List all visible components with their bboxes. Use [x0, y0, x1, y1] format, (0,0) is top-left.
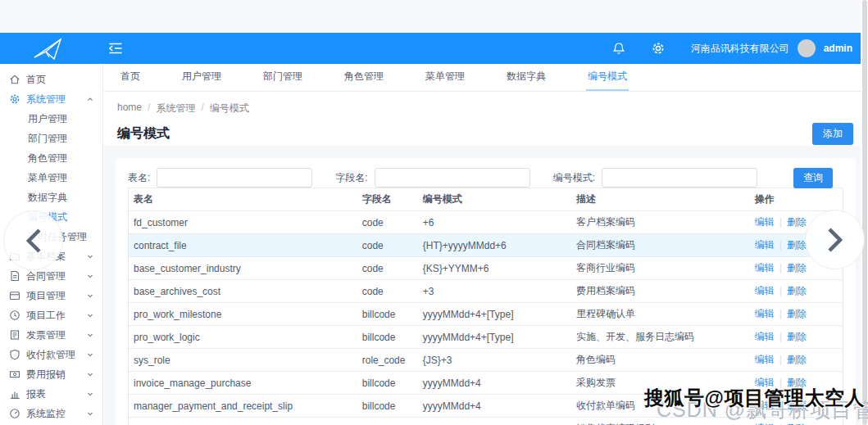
sidebar-item-project-mgmt[interactable]: 项目管理 [0, 286, 102, 305]
edit-link[interactable]: 编辑 [755, 262, 775, 274]
field-name-input[interactable] [375, 168, 530, 188]
invoice-icon [9, 329, 20, 341]
tab-user-mgmt[interactable]: 用户管理 [180, 64, 223, 91]
chevron-up-icon [86, 95, 94, 103]
delete-link[interactable]: 删除 [787, 308, 807, 319]
chevron-down-icon [86, 350, 94, 359]
cell-pattern: {YSZT}+YYMM+6 [418, 418, 571, 425]
main-content: 首页 用户管理 部门管理 角色管理 菜单管理 数据字典 编号模式 home / … [104, 64, 861, 425]
cell-desc: 合同档案编码 [571, 234, 750, 257]
table-name-input[interactable] [157, 168, 312, 188]
tab-role-mgmt[interactable]: 角色管理 [343, 64, 385, 91]
scrollbar[interactable] [861, 0, 868, 425]
monitor-icon [9, 408, 20, 419]
search-button[interactable]: 查询 [793, 168, 833, 188]
field-name-label: 字段名: [335, 171, 367, 185]
table-header-row: 表名 字段名 编号模式 描述 操作 [129, 188, 843, 211]
sidebar-item-label: 合同管理 [26, 269, 66, 283]
sidebar-item-reports[interactable]: 报表 [0, 384, 102, 404]
edit-link[interactable]: 编辑 [755, 239, 775, 251]
gear-icon[interactable] [652, 42, 665, 55]
table-row: fd_customer code +6 客户档案编码 编辑|删除 [129, 211, 843, 234]
tab-menu-mgmt[interactable]: 菜单管理 [424, 64, 466, 91]
add-button[interactable]: 添加 [812, 123, 853, 145]
cell-pattern: +3 [418, 280, 571, 303]
browser-top-strip [0, 0, 868, 33]
cell-field: billcode [357, 395, 418, 418]
breadcrumb-home[interactable]: home [117, 102, 142, 115]
sidebar-item-menu-mgmt[interactable]: 菜单管理 [0, 168, 102, 188]
chevron-down-icon [86, 390, 94, 398]
cell-name: contract_file [129, 234, 357, 257]
cell-field: billcode [357, 303, 418, 326]
edit-link[interactable]: 编辑 [755, 331, 775, 342]
delete-link[interactable]: 删除 [787, 262, 807, 274]
breadcrumb-system-mgmt[interactable]: 系统管理 [156, 102, 195, 115]
sidebar-item-label: 用户管理 [28, 112, 67, 126]
tab-dept-mgmt[interactable]: 部门管理 [261, 64, 304, 91]
bar-chart-icon [9, 388, 20, 400]
cell-name: sys_role [129, 349, 357, 372]
delete-link[interactable]: 删除 [787, 331, 807, 342]
chevron-down-icon [86, 409, 94, 418]
cell-field: role_code [357, 349, 418, 372]
sidebar-item-payment-mgmt[interactable]: 收付款管理 [0, 345, 102, 364]
delete-link[interactable]: 删除 [787, 285, 807, 296]
sidebar-item-label: 数据字典 [28, 191, 67, 205]
cell-actions: 编辑|删除 [750, 303, 843, 326]
avatar[interactable] [798, 39, 816, 57]
bell-icon[interactable] [612, 42, 625, 56]
next-arrow-button[interactable] [805, 210, 865, 269]
cell-actions: 编辑|删除 [750, 280, 843, 303]
sidebar-item-label: 角色管理 [28, 151, 67, 165]
watermark-bold: 搜狐号@项目管理太空人 [644, 385, 865, 411]
edit-link[interactable]: 编辑 [755, 354, 775, 365]
sidebar-item-system[interactable]: 系统管理 [0, 89, 102, 109]
col-header-field-name: 字段名 [357, 188, 418, 211]
tab-numbering-mode[interactable]: 编号模式 [586, 64, 629, 91]
cell-pattern: yyyyMMdd+4+[Type] [418, 303, 571, 326]
cell-pattern: +6 [418, 211, 571, 234]
title-row: 编号模式 添加 [117, 123, 853, 145]
edit-link[interactable]: 编辑 [755, 285, 775, 296]
home-icon [9, 74, 20, 85]
prev-arrow-button[interactable] [3, 210, 63, 270]
sidebar-item-data-dict[interactable]: 数据字典 [0, 188, 102, 207]
edit-link[interactable]: 编辑 [755, 308, 775, 319]
filter-row: 表名: 字段名: 编号模式: 查询 [128, 168, 843, 188]
cell-field: code [357, 418, 418, 425]
sidebar-item-invoice-mgmt[interactable]: 发票管理 [0, 325, 102, 345]
breadcrumb: home / 系统管理 / 编号模式 [117, 102, 861, 115]
tab-data-dict[interactable]: 数据字典 [505, 64, 548, 91]
sidebar-item-contract-mgmt[interactable]: 合同管理 [0, 266, 102, 286]
menu-fold-icon[interactable] [108, 41, 123, 56]
sidebar-item-user-mgmt[interactable]: 用户管理 [0, 109, 102, 129]
pattern-input[interactable] [602, 168, 757, 188]
breadcrumb-current: 编号模式 [210, 102, 249, 115]
cell-field: code [357, 234, 418, 257]
cell-desc: 里程碑确认单 [571, 303, 750, 326]
cell-actions: 编辑|删除 [750, 326, 843, 349]
tab-home[interactable]: 首页 [119, 64, 142, 91]
username[interactable]: admin [824, 43, 852, 54]
sidebar-item-label: 部门管理 [28, 132, 67, 146]
sidebar-item-project-work[interactable]: 项目工作 [0, 305, 102, 325]
contract-icon [9, 270, 20, 282]
scrollbar-thumb[interactable] [862, 0, 867, 425]
cell-field: billcode [357, 372, 418, 395]
col-header-desc: 描述 [571, 188, 750, 211]
edit-link[interactable]: 编辑 [755, 216, 775, 228]
delete-link[interactable]: 删除 [787, 216, 807, 228]
sidebar-item-home[interactable]: 首页 [0, 70, 102, 89]
sidebar-item-expense-claims[interactable]: 费用报销 [0, 364, 102, 384]
cell-pattern: yyyyMMdd+4 [418, 372, 571, 395]
sidebar-item-system-monitor[interactable]: 系统监控 [0, 404, 102, 423]
sidebar-item-role-mgmt[interactable]: 角色管理 [0, 148, 102, 168]
gear-icon [9, 93, 20, 105]
cell-field: code [357, 280, 418, 303]
sidebar-item-dept-mgmt[interactable]: 部门管理 [0, 129, 102, 148]
chevron-down-icon [86, 311, 94, 319]
chevron-down-icon [86, 370, 94, 378]
delete-link[interactable]: 删除 [787, 239, 807, 251]
delete-link[interactable]: 删除 [787, 354, 807, 365]
